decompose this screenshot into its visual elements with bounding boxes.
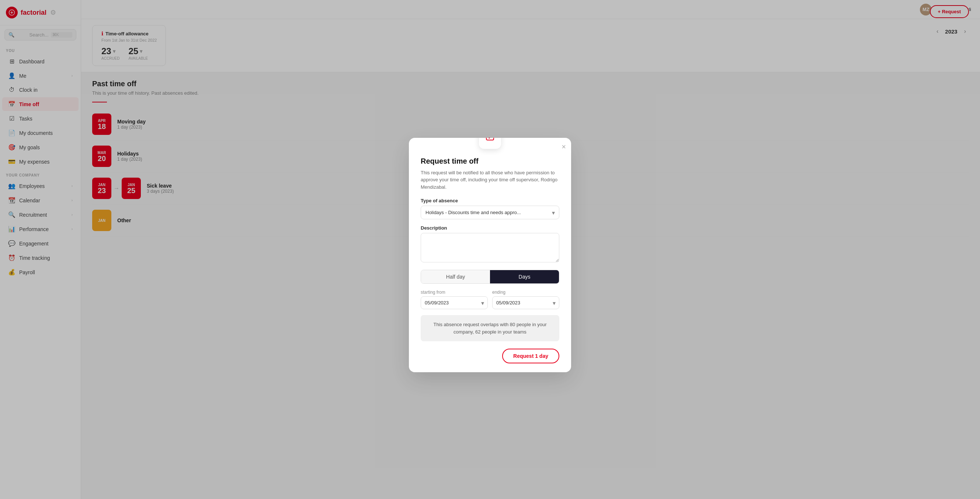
svg-rect-1	[486, 138, 494, 140]
date-range-row: starting from 05/09/2023 ending 05/09/20…	[421, 290, 559, 309]
end-date-group: ending 05/09/2023	[492, 290, 559, 309]
end-date-select-wrap[interactable]: 05/09/2023	[492, 296, 559, 309]
overlap-warning: This absence request overlaps with 80 pe…	[421, 315, 559, 341]
overlap-message: This absence request overlaps with 80 pe…	[433, 322, 546, 335]
start-date-group: starting from 05/09/2023	[421, 290, 488, 309]
type-label: Type of absence	[421, 198, 559, 203]
start-date-label: starting from	[421, 290, 488, 295]
description-textarea[interactable]	[421, 233, 559, 262]
days-button[interactable]: Days	[490, 270, 559, 283]
modal-title: Request time off	[421, 157, 559, 165]
modal-description: This request will be notified to all tho…	[421, 169, 559, 191]
description-group: Description	[421, 225, 559, 264]
half-day-button[interactable]: Half day	[421, 270, 490, 283]
type-absence-group: Type of absence Holidays - Discounts tim…	[421, 198, 559, 219]
modal-icon-wrap	[479, 138, 501, 149]
start-date-select-wrap[interactable]: 05/09/2023	[421, 296, 488, 309]
end-date-select[interactable]: 05/09/2023	[492, 296, 559, 309]
description-label: Description	[421, 225, 559, 231]
type-absence-select[interactable]: Holidays - Discounts time and needs appr…	[421, 206, 559, 219]
modal-close-button[interactable]: ×	[562, 143, 566, 150]
request-submit-button[interactable]: Request 1 day	[502, 349, 559, 363]
request-timeoff-modal: × Request time off This request will be …	[409, 138, 571, 373]
day-type-toggle[interactable]: Half day Days	[421, 270, 559, 284]
type-select-wrapper[interactable]: Holidays - Discounts time and needs appr…	[421, 206, 559, 219]
modal-overlay[interactable]: × Request time off This request will be …	[0, 0, 980, 499]
timeoff-modal-icon	[485, 138, 495, 145]
start-date-select[interactable]: 05/09/2023	[421, 296, 488, 309]
end-date-label: ending	[492, 290, 559, 295]
modal-footer: Request 1 day	[421, 349, 559, 363]
